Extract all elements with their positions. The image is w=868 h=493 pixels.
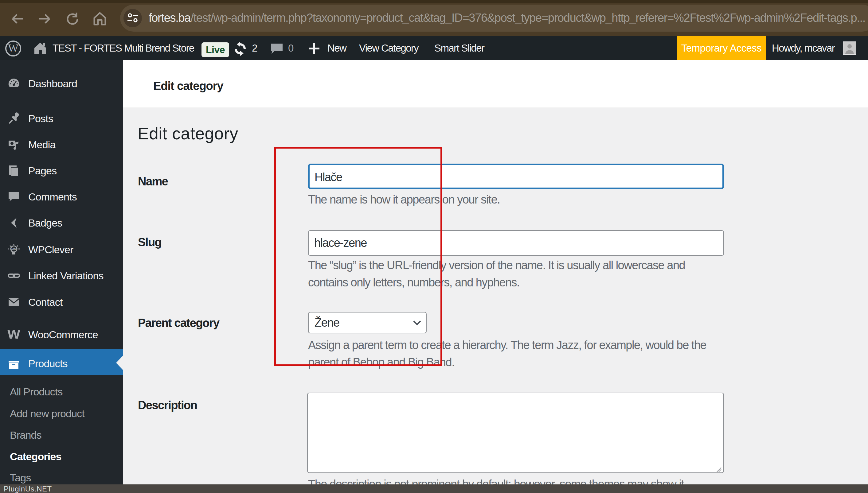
- svg-text:WPC: WPC: [11, 248, 17, 251]
- svg-text:w: w: [7, 328, 20, 341]
- svg-text:W: W: [8, 42, 18, 54]
